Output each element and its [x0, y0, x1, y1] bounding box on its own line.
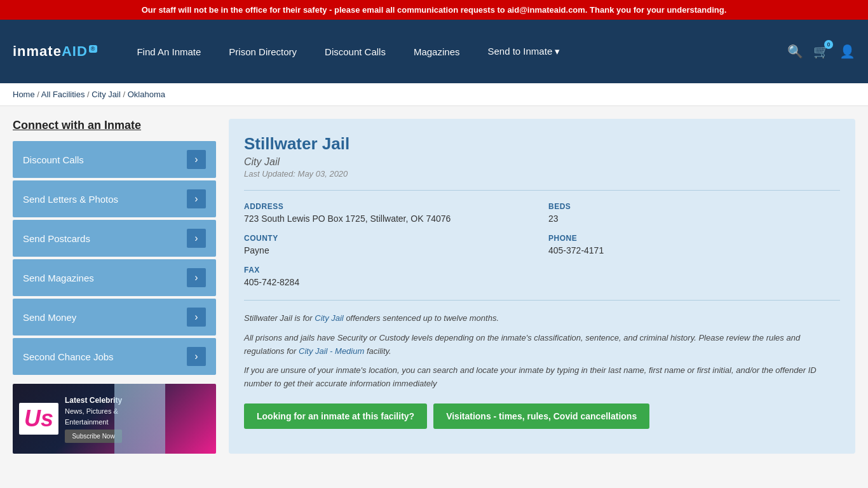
ad-person-image — [114, 384, 165, 454]
sidebar-item-send-money[interactable]: Send Money › — [13, 299, 216, 336]
facility-desc-1: Stillwater Jail is for City Jail offende… — [244, 312, 840, 325]
header: inmateAID® Find An Inmate Prison Directo… — [0, 20, 868, 83]
sidebar-item-send-magazines[interactable]: Send Magazines › — [13, 259, 216, 296]
divider-2 — [244, 300, 840, 301]
sidebar-title: Connect with an Inmate — [13, 119, 216, 132]
nav-prison-directory[interactable]: Prison Directory — [215, 46, 311, 57]
county-value: Payne — [244, 245, 536, 255]
beds-section: BEDS 23 — [548, 202, 840, 224]
facility-last-updated: Last Updated: May 03, 2020 — [244, 169, 840, 179]
cart-badge: 0 — [824, 40, 833, 49]
ad-banner: Us Latest Celebrity News, Pictures & Ent… — [13, 384, 216, 454]
user-icon[interactable]: 👤 — [839, 44, 855, 59]
nav-icons: 🔍 🛒 0 👤 — [787, 44, 855, 59]
chevron-right-icon: › — [187, 308, 206, 327]
phone-value: 405-372-4171 — [548, 245, 840, 255]
sidebar-item-send-postcards[interactable]: Send Postcards › — [13, 220, 216, 257]
chevron-right-icon: › — [187, 150, 206, 169]
address-label: ADDRESS — [244, 202, 536, 211]
sidebar: Connect with an Inmate Discount Calls › … — [13, 119, 216, 454]
nav-find-inmate[interactable]: Find An Inmate — [123, 46, 215, 57]
main-nav: Find An Inmate Prison Directory Discount… — [123, 46, 787, 57]
sidebar-item-discount-calls[interactable]: Discount Calls › — [13, 141, 216, 178]
sidebar-item-second-chance-jobs[interactable]: Second Chance Jobs › — [13, 338, 216, 375]
beds-label: BEDS — [548, 202, 840, 211]
alert-banner: Our staff will not be in the office for … — [0, 0, 868, 20]
chevron-right-icon: › — [187, 229, 206, 248]
beds-value: 23 — [548, 214, 840, 224]
facility-desc-3: If you are unsure of your inmate's locat… — [244, 364, 840, 391]
fax-value: 405-742-8284 — [244, 277, 536, 287]
cart-icon[interactable]: 🛒 0 — [813, 44, 829, 59]
breadcrumb-city-jail[interactable]: City Jail — [92, 90, 121, 99]
city-jail-link-1[interactable]: City Jail — [315, 313, 344, 323]
chevron-right-icon: › — [187, 268, 206, 287]
logo[interactable]: inmateAID® — [13, 43, 97, 60]
chevron-right-icon: › — [187, 189, 206, 208]
facility-name: Stillwater Jail — [244, 134, 840, 154]
chevron-right-icon: › — [187, 347, 206, 366]
visitations-button[interactable]: Visitations - times, rules, Covid cancel… — [433, 403, 649, 429]
divider — [244, 190, 840, 191]
facility-desc-2: All prisons and jails have Security or C… — [244, 332, 840, 358]
ad-text: Latest Celebrity News, Pictures & Entert… — [65, 395, 122, 443]
address-value: 723 South Lewis PO Box 1725, Stillwater,… — [244, 214, 536, 224]
county-label: COUNTY — [244, 234, 536, 243]
nav-magazines[interactable]: Magazines — [400, 46, 474, 57]
phone-section: PHONE 405-372-4171 — [548, 234, 840, 255]
breadcrumb-oklahoma[interactable]: Oklahoma — [128, 90, 165, 99]
breadcrumb-all-facilities[interactable]: All Facilities — [41, 90, 85, 99]
facility-type: City Jail — [244, 156, 840, 168]
nav-discount-calls[interactable]: Discount Calls — [311, 46, 400, 57]
info-grid: ADDRESS 723 South Lewis PO Box 1725, Sti… — [244, 202, 840, 287]
phone-label: PHONE — [548, 234, 840, 243]
sidebar-item-send-letters[interactable]: Send Letters & Photos › — [13, 180, 216, 217]
county-section: COUNTY Payne — [244, 234, 536, 255]
content-panel: Stillwater Jail City Jail Last Updated: … — [229, 119, 855, 454]
city-jail-medium-link[interactable]: City Jail - Medium — [299, 346, 364, 356]
ad-subscribe-button[interactable]: Subscribe Now — [65, 430, 122, 443]
breadcrumb: Home / All Facilities / City Jail / Okla… — [0, 83, 868, 106]
nav-send-to-inmate[interactable]: Send to Inmate ▾ — [473, 46, 574, 57]
main-layout: Connect with an Inmate Discount Calls › … — [0, 106, 868, 466]
search-icon[interactable]: 🔍 — [787, 44, 803, 59]
fax-label: FAX — [244, 266, 536, 274]
ad-logo: Us — [19, 403, 58, 435]
fax-section: FAX 405-742-8284 — [244, 266, 536, 287]
action-buttons: Looking for an inmate at this facility? … — [244, 403, 840, 429]
find-inmate-button[interactable]: Looking for an inmate at this facility? — [244, 403, 427, 429]
breadcrumb-home[interactable]: Home — [13, 90, 35, 99]
address-section: ADDRESS 723 South Lewis PO Box 1725, Sti… — [244, 202, 536, 224]
